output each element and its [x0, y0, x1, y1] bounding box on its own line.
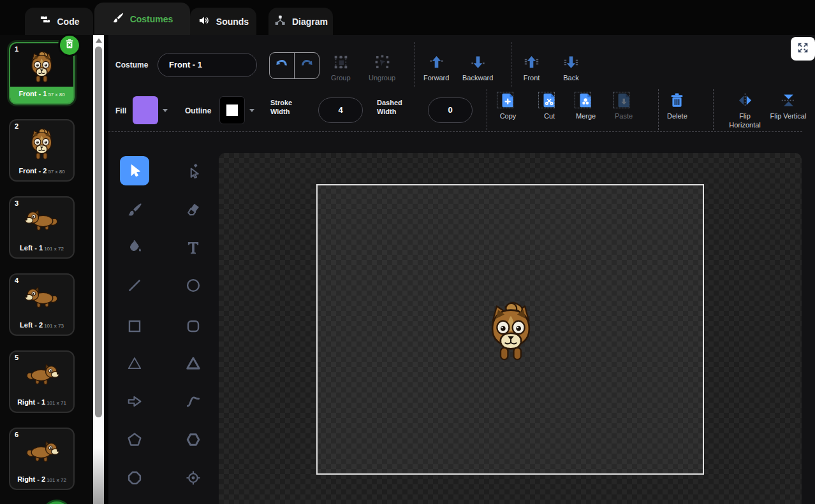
tool-text[interactable]	[179, 233, 208, 262]
stroke-width-input[interactable]: 4	[318, 97, 363, 123]
fill-label: Fill	[115, 106, 126, 115]
copy-button[interactable]: Copy	[499, 90, 517, 121]
costume-item-left-1[interactable]: 3Left - 1101 x 72	[9, 196, 75, 259]
costume-item-front-2[interactable]: 2Front - 257 x 80	[9, 119, 75, 182]
tab-code-label: Code	[57, 17, 80, 27]
backward-label: Backward	[462, 74, 493, 83]
paste-label: Paste	[615, 112, 633, 121]
chevron-down-icon	[163, 109, 168, 112]
costume-label-bar: Right - 1101 x 71	[10, 395, 73, 412]
divider	[713, 89, 714, 130]
costume-thumbnail	[10, 434, 73, 471]
undo-button[interactable]	[270, 53, 295, 78]
tool-select[interactable]	[120, 156, 149, 185]
costume-name: Right - 2	[17, 475, 45, 483]
tool-reshape[interactable]	[179, 156, 208, 185]
ungroup-icon	[374, 52, 391, 71]
back-button[interactable]: Back	[562, 52, 580, 83]
scroll-up-arrow-icon[interactable]	[96, 38, 102, 43]
costume-size: 101 x 71	[47, 400, 66, 406]
costume-name-input[interactable]: Front - 1	[158, 53, 257, 77]
tool-curve[interactable]	[179, 387, 208, 416]
ungroup-button[interactable]: Ungroup	[369, 52, 395, 83]
add-costume-button[interactable]	[42, 500, 71, 504]
delete-button[interactable]: Delete	[667, 90, 687, 121]
code-blocks-icon	[39, 14, 52, 29]
forward-button[interactable]: Forward	[423, 52, 449, 83]
trash-icon	[668, 90, 686, 110]
redo-button[interactable]	[295, 53, 319, 78]
back-arrow-icon	[562, 52, 580, 71]
speaker-icon	[198, 14, 210, 29]
cut-button[interactable]: Cut	[541, 90, 558, 121]
tab-diagram[interactable]: Diagram	[268, 8, 333, 35]
dashed-width-label: Dashed Width	[377, 98, 410, 117]
tool-triangle-bold[interactable]	[179, 349, 208, 378]
backward-arrow-icon	[469, 52, 487, 71]
fill-color-picker[interactable]	[133, 96, 168, 124]
costume-item-left-2[interactable]: 4Left - 2101 x 73	[9, 273, 75, 336]
paste-icon	[615, 90, 633, 110]
flip-horizontal-icon	[737, 90, 754, 110]
tool-ellipse[interactable]	[179, 271, 208, 300]
tab-sounds[interactable]: Sounds	[190, 8, 256, 35]
tab-costumes-label: Costumes	[130, 14, 173, 24]
tool-rounded-rectangle[interactable]	[179, 312, 208, 341]
costume-thumbnail	[10, 280, 73, 317]
group-button[interactable]: Group	[331, 52, 351, 83]
copy-icon	[499, 90, 517, 110]
tool-target[interactable]	[179, 463, 208, 493]
delete-costume-button[interactable]	[58, 34, 81, 57]
flip-vertical-icon	[780, 90, 797, 110]
costume-name: Right - 1	[17, 398, 45, 406]
tool-triangle[interactable]	[120, 349, 149, 378]
tool-line[interactable]	[120, 271, 149, 300]
paste-button[interactable]: Paste	[615, 90, 633, 121]
costume-item-right-1[interactable]: 5Right - 1101 x 71	[9, 350, 75, 413]
tool-octagon[interactable]	[120, 463, 149, 493]
costume-name-label: Costume	[115, 61, 148, 69]
costume-name-value: Front - 1	[169, 60, 202, 69]
outline-color-picker[interactable]	[219, 96, 254, 124]
merge-button[interactable]: Merge	[576, 90, 596, 121]
expand-canvas-button[interactable]	[791, 37, 815, 61]
tab-costumes[interactable]: Costumes	[94, 3, 190, 35]
cut-icon	[541, 90, 558, 110]
tool-eraser[interactable]	[179, 195, 208, 224]
tool-hexagon[interactable]	[179, 425, 208, 454]
fill-color-swatch[interactable]	[133, 96, 158, 124]
tool-brush[interactable]	[120, 195, 149, 224]
undo-icon	[274, 57, 290, 75]
paint-canvas[interactable]	[219, 153, 802, 504]
outline-label: Outline	[185, 106, 211, 115]
costume-label-bar: Left - 1101 x 72	[10, 241, 73, 257]
paint-editor-app: Code Costumes Sounds Diagram 1Front - 15…	[0, 0, 815, 504]
costume-name: Front - 1	[18, 90, 47, 97]
outline-color-swatch[interactable]	[219, 96, 245, 124]
costume-thumbnail	[10, 357, 73, 394]
costume-size: 101 x 73	[44, 323, 64, 329]
dashed-width-input[interactable]: 0	[428, 97, 473, 123]
tool-arrow[interactable]	[120, 387, 149, 416]
divider	[487, 89, 487, 130]
costume-label-bar: Front - 157 x 80	[10, 87, 73, 103]
flip-horizontal-button[interactable]: Flip Horizontal	[723, 90, 767, 130]
front-button[interactable]: Front	[523, 52, 540, 83]
scrollbar-thumb[interactable]	[95, 47, 102, 417]
costume-thumbnail	[10, 126, 73, 162]
costume-list-scrollbar[interactable]	[93, 35, 104, 504]
tool-rectangle[interactable]	[120, 312, 149, 341]
tab-code[interactable]: Code	[25, 8, 93, 35]
backward-button[interactable]: Backward	[462, 52, 493, 83]
tab-sounds-label: Sounds	[216, 17, 249, 27]
forward-label: Forward	[423, 74, 449, 83]
costume-label-bar: Front - 257 x 80	[10, 164, 73, 180]
dog-sprite[interactable]	[487, 299, 535, 363]
merge-icon	[577, 90, 594, 110]
redo-icon	[299, 57, 314, 75]
tool-fill[interactable]	[120, 233, 149, 262]
tool-pentagon[interactable]	[120, 425, 149, 454]
costume-item-right-2[interactable]: 6Right - 2101 x 72	[9, 428, 75, 490]
flip-vertical-button[interactable]: Flip Vertical	[766, 90, 811, 121]
merge-label: Merge	[576, 112, 596, 121]
